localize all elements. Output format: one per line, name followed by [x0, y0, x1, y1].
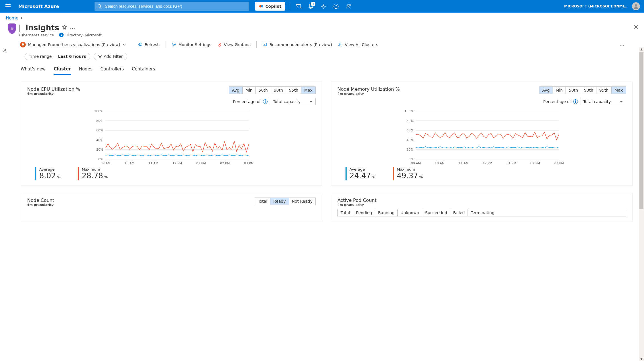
- agg-pending[interactable]: Pending: [353, 209, 375, 216]
- agg-avg[interactable]: Avg: [229, 87, 243, 94]
- prometheus-dropdown[interactable]: Managed Prometheus visualizations (Previ…: [20, 42, 126, 48]
- view-grafana-label: View Grafana: [224, 42, 251, 47]
- svg-point-9: [323, 5, 324, 7]
- close-icon: [634, 25, 638, 29]
- svg-text:40%: 40%: [96, 138, 103, 142]
- svg-rect-1: [5, 6, 11, 7]
- svg-text:80%: 80%: [407, 119, 413, 123]
- agg-not-ready[interactable]: Not Ready: [289, 198, 315, 205]
- tenant-label[interactable]: MICROSOFT (MICROSOFT.ONMI…: [561, 4, 629, 8]
- refresh-button[interactable]: Refresh: [138, 42, 160, 47]
- svg-rect-17: [11, 29, 13, 29]
- agg-avg[interactable]: Avg: [539, 87, 553, 94]
- title-more-button[interactable]: [70, 25, 75, 30]
- chart-title: Active Pod Count: [337, 198, 376, 203]
- svg-text:11 AM: 11 AM: [148, 161, 158, 165]
- svg-text:60%: 60%: [96, 129, 103, 132]
- agg-90th[interactable]: 90th: [271, 87, 286, 94]
- cloud-shell-button[interactable]: [292, 1, 304, 12]
- view-grafana-button[interactable]: View Grafana: [217, 42, 251, 47]
- agg-50th[interactable]: 50th: [566, 87, 581, 94]
- info-icon: i: [59, 33, 64, 37]
- help-button[interactable]: ?: [330, 1, 342, 12]
- tab-containers[interactable]: Containers: [132, 65, 155, 75]
- prometheus-icon: [20, 42, 26, 48]
- capacity-select[interactable]: Total capacity: [270, 98, 316, 105]
- svg-point-22: [219, 44, 220, 45]
- recommended-alerts-button[interactable]: Recommended alerts (Preview): [262, 42, 332, 47]
- add-filter-label: Add Filter: [104, 54, 123, 59]
- agg-terminating[interactable]: Terminating: [468, 209, 497, 216]
- star-icon: [62, 25, 67, 30]
- agg-total[interactable]: Total: [255, 198, 270, 205]
- tab-cluster[interactable]: Cluster: [54, 65, 71, 75]
- menu-toggle[interactable]: [2, 1, 14, 12]
- agg-succeeded[interactable]: Succeeded: [422, 209, 450, 216]
- clusters-icon: [338, 42, 343, 47]
- brand-label[interactable]: Microsoft Azure: [15, 4, 65, 9]
- capacity-select[interactable]: Total capacity: [580, 98, 626, 105]
- settings-button[interactable]: [318, 1, 329, 12]
- alert-icon: [262, 42, 267, 47]
- help-icon: ?: [333, 4, 339, 9]
- chart-card-pod-count: Active Pod Count 4m granularity Total Pe…: [331, 193, 633, 222]
- tab-controllers[interactable]: Controllers: [101, 65, 124, 75]
- chart-granularity: 4m granularity: [337, 203, 376, 207]
- svg-point-3: [98, 5, 101, 7]
- svg-text:01 PM: 01 PM: [196, 161, 206, 165]
- breadcrumb-home[interactable]: Home: [6, 15, 18, 21]
- agg-failed[interactable]: Failed: [450, 209, 468, 216]
- notifications-button[interactable]: 1: [305, 1, 317, 12]
- favorite-button[interactable]: [62, 25, 67, 31]
- toolbar-separator: [166, 41, 166, 48]
- cpu-chart-plot[interactable]: 0%20%40%60%80%100%09 AM10 AM11 AM12 PM01…: [27, 109, 316, 166]
- agg-unknown[interactable]: Unknown: [398, 209, 422, 216]
- scrollbar-thumb[interactable]: [639, 52, 643, 209]
- svg-text:03 PM: 03 PM: [244, 161, 254, 165]
- close-blade-button[interactable]: [634, 25, 638, 30]
- notification-badge: 1: [311, 2, 315, 6]
- svg-text:0%: 0%: [98, 157, 103, 161]
- monitor-settings-button[interactable]: Monitor Settings: [172, 42, 211, 47]
- time-range-filter[interactable]: Time range = Last 6 hours: [25, 53, 90, 60]
- agg-50th[interactable]: 50th: [256, 87, 271, 94]
- chart-row-2: Node Count 4m granularity Total Ready No…: [21, 193, 633, 222]
- agg-max[interactable]: Max: [301, 87, 315, 94]
- add-filter-button[interactable]: + Add Filter: [94, 53, 127, 60]
- agg-90th[interactable]: 90th: [581, 87, 596, 94]
- view-all-clusters-button[interactable]: View All Clusters: [338, 42, 378, 47]
- agg-95th[interactable]: 95th: [596, 87, 612, 94]
- scroll-up-arrow[interactable]: ▲: [640, 47, 643, 51]
- tab-nodes[interactable]: Nodes: [79, 65, 93, 75]
- svg-point-15: [11, 27, 12, 29]
- agg-running[interactable]: Running: [375, 209, 398, 216]
- tab-whats-new[interactable]: What's new: [21, 65, 46, 75]
- feedback-button[interactable]: [343, 1, 354, 12]
- info-icon[interactable]: i: [263, 99, 268, 104]
- svg-text:?: ?: [335, 5, 337, 8]
- agg-max[interactable]: Max: [612, 87, 626, 94]
- mem-aggregation-selector: Avg Min 50th 90th 95th Max: [539, 86, 626, 94]
- search-input[interactable]: [104, 4, 246, 9]
- content-scrollbar[interactable]: ▲ ▼: [639, 47, 644, 350]
- toolbar-overflow-button[interactable]: [617, 42, 627, 47]
- agg-ready[interactable]: Ready: [270, 198, 289, 205]
- monitor-settings-label: Monitor Settings: [178, 42, 211, 47]
- mem-chart-plot[interactable]: 0%20%40%60%80%100%09 AM10 AM11 AM12 PM01…: [337, 109, 626, 166]
- user-avatar[interactable]: [632, 2, 640, 10]
- svg-point-28: [341, 45, 342, 46]
- svg-text:80%: 80%: [96, 119, 103, 123]
- agg-total[interactable]: Total: [338, 209, 353, 216]
- toolbar-separator: [256, 41, 257, 48]
- chart-title: Node Count: [27, 198, 54, 203]
- info-icon[interactable]: i: [573, 99, 578, 104]
- expand-sidebar-button[interactable]: [3, 48, 9, 54]
- copilot-button[interactable]: Copilot: [255, 2, 285, 11]
- chart-title: Node CPU Utilization %: [27, 86, 80, 92]
- agg-min[interactable]: Min: [553, 87, 566, 94]
- chart-granularity: 4m granularity: [337, 92, 400, 96]
- global-search[interactable]: [95, 2, 249, 11]
- agg-95th[interactable]: 95th: [286, 87, 301, 94]
- svg-text:20%: 20%: [96, 148, 103, 151]
- agg-min[interactable]: Min: [243, 87, 256, 94]
